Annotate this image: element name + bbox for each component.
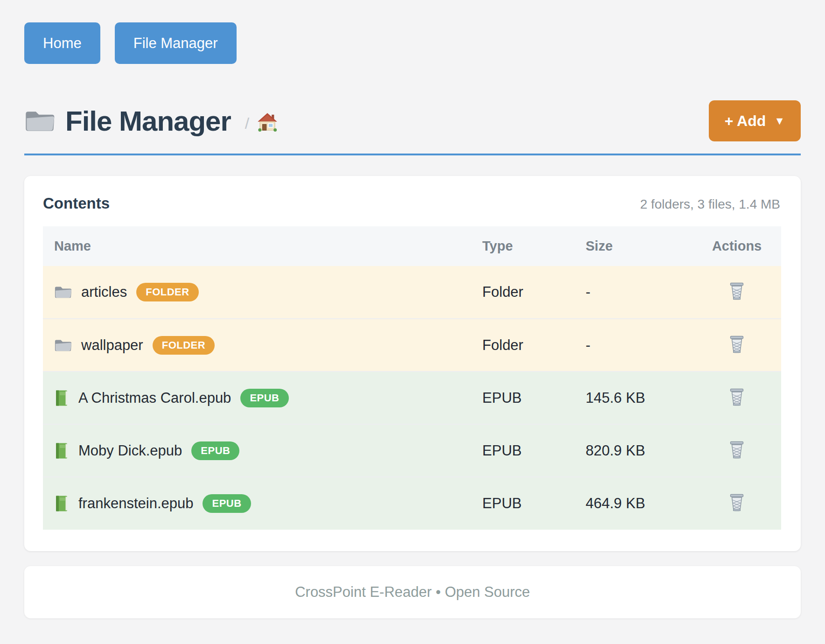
type-cell: Folder: [471, 266, 574, 319]
file-name[interactable]: A Christmas Carol.epub: [78, 390, 231, 406]
contents-table: Name Type Size Actions ar: [43, 226, 781, 530]
contents-summary: 2 folders, 3 files, 1.4 MB: [640, 197, 780, 212]
trash-icon: [728, 335, 745, 354]
file-name[interactable]: Moby Dick.epub: [78, 442, 182, 459]
size-cell: 464.9 KB: [574, 477, 692, 530]
footer: CrossPoint E-Reader • Open Source: [24, 566, 801, 618]
table-row: Moby Dick.epub EPUB EPUB 820.9 KB: [43, 424, 781, 477]
book-icon: [54, 442, 69, 459]
book-icon: [54, 390, 69, 406]
trash-icon: [728, 282, 745, 301]
folder-icon: [54, 285, 72, 300]
size-cell: 145.6 KB: [574, 371, 692, 424]
title-divider: [24, 154, 801, 155]
table-row: A Christmas Carol.epub EPUB EPUB 145.6 K…: [43, 371, 781, 424]
add-button-label: + Add: [725, 113, 766, 128]
contents-table-body: articles FOLDER Folder -: [43, 266, 781, 530]
type-cell: EPUB: [471, 371, 574, 424]
type-badge: FOLDER: [136, 283, 198, 301]
contents-panel: Contents 2 folders, 3 files, 1.4 MB Name…: [24, 176, 801, 551]
caret-down-icon: ▼: [774, 116, 785, 126]
trash-icon: [728, 493, 745, 512]
type-badge: EPUB: [191, 441, 239, 460]
trash-icon: [728, 441, 745, 459]
column-header-type: Type: [471, 226, 574, 266]
delete-button[interactable]: [727, 386, 747, 408]
delete-button[interactable]: [727, 491, 747, 514]
book-icon: [54, 495, 69, 512]
column-header-name: Name: [43, 226, 471, 266]
delete-button[interactable]: [727, 280, 747, 302]
column-header-actions: Actions: [692, 226, 781, 266]
title-wrap: File Manager /: [24, 105, 278, 137]
breadcrumb-separator: /: [245, 114, 249, 133]
table-row: articles FOLDER Folder -: [43, 266, 781, 319]
folder-icon: [54, 338, 72, 353]
file-manager-page: Home File Manager File Manager / + Add: [0, 0, 825, 618]
trash-icon: [728, 388, 745, 406]
type-badge: EPUB: [203, 494, 251, 513]
delete-button[interactable]: [727, 439, 747, 461]
top-nav: Home File Manager: [24, 22, 801, 64]
file-name[interactable]: frankenstein.epub: [78, 495, 193, 512]
add-button[interactable]: + Add ▼: [709, 100, 801, 141]
table-header-row: Name Type Size Actions: [43, 226, 781, 266]
delete-button[interactable]: [727, 333, 747, 356]
contents-panel-header: Contents 2 folders, 3 files, 1.4 MB: [43, 195, 781, 212]
panel-title: Contents: [43, 195, 110, 212]
folder-icon: [24, 108, 55, 133]
size-cell: -: [574, 266, 692, 319]
nav-home-button[interactable]: Home: [24, 22, 100, 64]
column-header-size: Size: [574, 226, 692, 266]
type-badge: FOLDER: [153, 336, 215, 355]
table-row: frankenstein.epub EPUB EPUB 464.9 KB: [43, 477, 781, 530]
type-cell: EPUB: [471, 477, 574, 530]
type-cell: Folder: [471, 319, 574, 371]
type-cell: EPUB: [471, 424, 574, 477]
page-title: File Manager: [65, 105, 231, 137]
table-row: wallpaper FOLDER Folder -: [43, 319, 781, 371]
file-name[interactable]: articles: [81, 284, 127, 301]
footer-text: CrossPoint E-Reader • Open Source: [295, 584, 530, 601]
file-name[interactable]: wallpaper: [81, 337, 143, 354]
size-cell: 820.9 KB: [574, 424, 692, 477]
type-badge: EPUB: [240, 389, 288, 407]
nav-file-manager-button[interactable]: File Manager: [115, 22, 237, 64]
page-header: File Manager / + Add ▼: [24, 100, 801, 141]
home-icon[interactable]: [257, 112, 278, 133]
size-cell: -: [574, 319, 692, 371]
